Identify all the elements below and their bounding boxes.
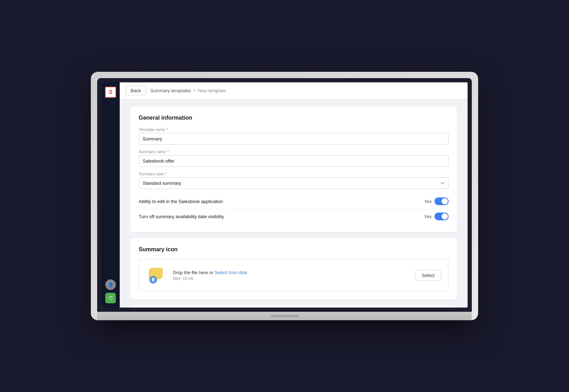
laptop-base: [97, 312, 472, 320]
sidebar: S 👤 ⏱: [101, 82, 120, 308]
breadcrumb: Summary templates • New template: [150, 88, 226, 93]
toggle-row-1: Ability to edit in the Salesbook applica…: [139, 194, 449, 209]
breadcrumb-current: New template: [198, 88, 226, 93]
template-name-input[interactable]: [139, 133, 449, 145]
sidebar-logo[interactable]: S: [105, 87, 116, 98]
summary-type-select[interactable]: Standard summary: [139, 177, 449, 189]
template-name-label: Template name *: [139, 127, 449, 132]
toggle-1-label: Ability to edit in the Salesbook applica…: [139, 199, 223, 204]
summary-icon-card: Summary icon: [130, 238, 457, 300]
toggle-2-yes-label: Yes: [424, 214, 432, 219]
general-info-card: General information Template name * Summ…: [130, 106, 457, 232]
back-button[interactable]: Back: [125, 86, 146, 95]
user-avatar[interactable]: 👤: [105, 279, 116, 290]
timer-icon: ⏱: [108, 295, 113, 301]
upload-size: Size: 10 mb: [173, 276, 247, 280]
upload-area: Drop the file here or Select from disk S…: [139, 259, 449, 291]
laptop-notch: [270, 315, 299, 317]
template-name-group: Template name *: [139, 127, 449, 145]
upload-left: Drop the file here or Select from disk S…: [146, 266, 247, 284]
summary-type-label: Summary type *: [139, 172, 449, 176]
summary-name-group: Summary name *: [139, 150, 449, 167]
timer-button[interactable]: ⏱: [105, 293, 116, 303]
upload-text: Drop the file here or Select from disk: [173, 270, 247, 275]
summary-offer-card: Summary offer Content of messages displa…: [130, 305, 457, 308]
summary-name-label: Summary name *: [139, 150, 449, 154]
toggle-2-label: Turn off summary availability date visib…: [139, 214, 224, 219]
toggle-1-right: Yes: [424, 197, 449, 205]
upload-info: Drop the file here or Select from disk S…: [173, 270, 247, 280]
breadcrumb-separator: •: [194, 88, 195, 93]
summary-icon-title: Summary icon: [139, 246, 449, 253]
toggle-1-yes-label: Yes: [424, 199, 432, 204]
summary-type-group: Summary type * Standard summary: [139, 172, 449, 189]
top-bar: Back Summary templates • New template: [120, 82, 468, 99]
upload-drop-text: Drop the file here or: [173, 270, 215, 275]
upload-link[interactable]: Select from disk: [215, 270, 247, 275]
toggle-row-2: Turn off summary availability date visib…: [139, 209, 449, 224]
logo-letter: S: [109, 89, 113, 95]
main-content: Back Summary templates • New template Ge…: [120, 82, 468, 308]
toggle-2-right: Yes: [424, 213, 449, 220]
breadcrumb-parent: Summary templates: [150, 88, 191, 93]
toggle-1-switch[interactable]: [434, 197, 449, 205]
summary-name-input[interactable]: [139, 155, 449, 167]
upload-illustration-icon: [146, 266, 167, 284]
select-file-button[interactable]: Select: [415, 270, 441, 281]
toggle-2-switch[interactable]: [434, 213, 449, 220]
content-area: General information Template name * Summ…: [120, 99, 468, 308]
general-info-title: General information: [139, 115, 449, 121]
avatar-icon: 👤: [108, 282, 113, 287]
